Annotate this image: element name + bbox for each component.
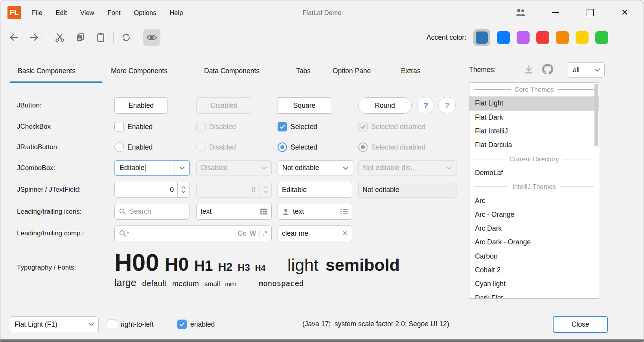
chevron-down-icon[interactable] — [84, 323, 98, 326]
round-button[interactable]: Round — [358, 97, 412, 114]
status-text: (Java 17; system scale factor 2.0; Segoe… — [302, 320, 449, 328]
whole-word-toggle[interactable]: W — [250, 229, 256, 238]
back-button[interactable] — [5, 29, 22, 46]
search-dropdown-icon[interactable] — [119, 229, 129, 237]
tab-data-components[interactable]: Data Components — [204, 67, 259, 75]
show-details-toggle[interactable] — [143, 29, 160, 46]
clear-icon[interactable]: ✕ — [342, 229, 348, 238]
spinner-disabled: 0 — [196, 182, 272, 198]
check-icon — [360, 124, 366, 129]
cut-button[interactable] — [51, 29, 68, 46]
chevron-down-icon[interactable] — [339, 166, 353, 170]
list-icon[interactable] — [340, 209, 348, 215]
right-to-left-checkbox[interactable] — [108, 320, 117, 329]
enabled-button[interactable]: Enabled — [114, 97, 168, 114]
radio-enabled[interactable] — [114, 142, 124, 152]
themes-filter-combobox[interactable]: all — [568, 62, 605, 78]
radio-selected[interactable] — [278, 142, 287, 152]
theme-item-carbon[interactable]: Carbon — [469, 250, 599, 263]
paste-button[interactable] — [92, 29, 109, 46]
github-button[interactable] — [541, 63, 554, 76]
menu-edit[interactable]: Edit — [56, 9, 67, 17]
typo-large: large — [114, 277, 136, 288]
table-icon[interactable] — [260, 208, 267, 215]
leading-trailing-comp-row: Leading/trailing comp.: Cc W .* clear me… — [17, 226, 460, 241]
accent-swatch-green[interactable] — [595, 31, 608, 44]
help-button-blue[interactable]: ? — [417, 97, 434, 114]
theme-item-dark-flat[interactable]: Dark Flat — [469, 291, 599, 299]
app-logo-icon: FL — [7, 6, 21, 19]
user-icon — [282, 208, 290, 216]
accent-swatch-purple[interactable] — [517, 31, 530, 44]
regex-toggle[interactable]: .* — [263, 229, 267, 238]
text-field-table[interactable]: text — [196, 204, 272, 220]
accent-swatch-red[interactable] — [536, 31, 549, 44]
toolbar-separator — [139, 32, 139, 43]
tab-more-components[interactable]: More Components — [111, 67, 167, 75]
help-button-gray[interactable]: ? — [438, 97, 456, 114]
search-field[interactable]: Search — [114, 204, 190, 220]
accent-swatch-blue[interactable] — [497, 31, 510, 44]
accent-swatch-yellow[interactable] — [576, 31, 589, 44]
accent-swatch-selected[interactable] — [473, 29, 490, 46]
theme-item-demolaf[interactable]: DemoLaf — [469, 166, 599, 180]
theme-item-arc-dark-orange[interactable]: Arc Dark - Orange — [469, 235, 599, 249]
menu-file[interactable]: File — [32, 9, 42, 17]
laf-selector-combobox[interactable]: Flat Light (F1) — [10, 316, 99, 332]
tab-tabs[interactable]: Tabs — [296, 67, 311, 75]
accent-swatch-orange[interactable] — [556, 31, 569, 44]
textfield-editable[interactable]: Editable — [278, 182, 352, 198]
theme-item-arc[interactable]: Arc — [469, 194, 599, 207]
theme-item-flat-intellij[interactable]: Flat IntelliJ — [469, 124, 599, 138]
close-window-button[interactable]: ✕ — [617, 5, 633, 20]
search-field-with-options[interactable]: Cc W .* — [114, 226, 272, 241]
refresh-button[interactable] — [118, 29, 135, 46]
tab-extras[interactable]: Extras — [401, 67, 421, 75]
themes-filter-value: all — [568, 66, 590, 74]
maximize-button[interactable] — [582, 5, 598, 20]
tab-basic-components[interactable]: Basic Components — [18, 67, 75, 75]
clearable-field[interactable]: clear me ✕ — [278, 226, 352, 241]
theme-item-flat-dark[interactable]: Flat Dark — [469, 111, 599, 124]
close-button[interactable]: Close — [553, 316, 608, 333]
typography-label: Typography / Fonts: — [17, 264, 76, 272]
tabbar-divider — [0, 83, 460, 83]
theme-item-cyan-light[interactable]: Cyan light — [469, 277, 599, 291]
forward-button[interactable] — [26, 29, 43, 46]
combobox-editable[interactable]: Editable — [114, 160, 190, 176]
checkbox-enabled[interactable] — [114, 122, 124, 131]
spinner-arrows-icon[interactable] — [178, 185, 190, 194]
theme-item-cobalt-2[interactable]: Cobalt 2 — [469, 263, 599, 277]
match-case-toggle[interactable]: Cc — [237, 229, 246, 238]
menu-help[interactable]: Help — [169, 9, 183, 17]
menu-view[interactable]: View — [80, 9, 94, 17]
theme-item-flat-light[interactable]: Flat Light — [469, 96, 599, 110]
download-themes-button[interactable] — [523, 63, 535, 76]
themes-list: Core Themes Flat Light Flat Dark Flat In… — [469, 82, 599, 299]
theme-item-flat-darcula[interactable]: Flat Darcula — [469, 138, 599, 152]
right-to-left-label: right-to-left — [121, 320, 154, 329]
theme-item-arc-orange[interactable]: Arc - Orange — [469, 208, 599, 222]
menu-font[interactable]: Font — [108, 9, 121, 17]
checkbox-selected[interactable] — [278, 122, 287, 131]
accent-color-label: Accent color: — [427, 33, 466, 42]
square-button[interactable]: Square — [278, 97, 331, 114]
combobox-not-editable[interactable]: Not editable — [278, 160, 353, 176]
typo-h1: H1 — [194, 258, 213, 274]
enabled-checkbox[interactable] — [177, 320, 187, 329]
copy-button[interactable] — [72, 29, 89, 46]
themes-scrollbar[interactable] — [594, 83, 598, 298]
arrow-right-icon — [28, 33, 40, 42]
jcombobox-row: JComboBox: Editable Disabled Not editabl — [17, 160, 460, 176]
chevron-down-icon[interactable] — [175, 166, 189, 170]
text-field-user[interactable]: text — [278, 204, 352, 220]
scrollbar-thumb[interactable] — [594, 84, 598, 146]
menu-options[interactable]: Options — [134, 9, 156, 17]
minimize-button[interactable] — [548, 5, 563, 20]
tab-option-pane[interactable]: Option Pane — [333, 67, 371, 75]
jradiobutton-label: JRadioButton: — [17, 143, 59, 151]
typo-monospaced: monospaced — [259, 279, 304, 288]
users-icon[interactable] — [513, 5, 529, 20]
theme-item-arc-dark[interactable]: Arc Dark — [469, 222, 599, 235]
spinner-enabled[interactable]: 0 — [114, 182, 190, 198]
